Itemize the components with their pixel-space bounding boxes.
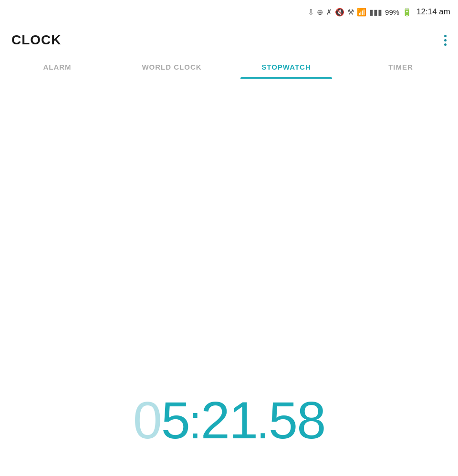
- status-time: 12:14 am: [416, 7, 450, 17]
- bluetooth-icon: ✗: [326, 8, 332, 17]
- more-dot-2: [444, 39, 447, 41]
- tab-alarm[interactable]: ALARM: [0, 54, 114, 78]
- stopwatch-hours: 0: [133, 394, 161, 446]
- stopwatch-screen: 0 5 : 21 . 58: [0, 78, 458, 466]
- more-dot-1: [444, 35, 447, 37]
- stopwatch-centiseconds: 58: [269, 394, 325, 446]
- stopwatch-minutes: 5: [161, 394, 189, 446]
- alarm-icon: ⚒: [347, 8, 354, 17]
- stopwatch-separator-2: .: [256, 398, 270, 445]
- stopwatch-seconds: 21: [201, 394, 257, 446]
- more-dot-3: [444, 43, 447, 46]
- tab-timer[interactable]: TIMER: [344, 54, 458, 78]
- wifi-icon: 📶: [357, 8, 366, 17]
- add-circle-icon: ⊕: [317, 8, 323, 17]
- app-title: CLOCK: [11, 32, 62, 48]
- battery-icon: 🔋: [402, 8, 412, 17]
- status-icons: ⇩ ⊕ ✗ 🔇 ⚒ 📶 ▮▮▮ 99% 🔋 12:14 am: [308, 7, 450, 17]
- tab-stopwatch[interactable]: STOPWATCH: [229, 54, 344, 78]
- mute-icon: 🔇: [335, 8, 344, 17]
- download-icon: ⇩: [308, 8, 314, 17]
- stopwatch-separator-1: :: [188, 398, 202, 445]
- battery-percent: 99%: [385, 8, 399, 16]
- tabs-container: ALARM WORLD CLOCK STOPWATCH TIMER: [0, 54, 458, 78]
- stopwatch-display: 0 5 : 21 . 58: [124, 394, 335, 446]
- app-header: CLOCK: [0, 24, 458, 54]
- more-options-button[interactable]: [444, 35, 447, 46]
- status-bar: ⇩ ⊕ ✗ 🔇 ⚒ 📶 ▮▮▮ 99% 🔋 12:14 am: [0, 0, 458, 24]
- signal-icon: ▮▮▮: [369, 8, 382, 17]
- tab-world-clock[interactable]: WORLD CLOCK: [114, 54, 229, 78]
